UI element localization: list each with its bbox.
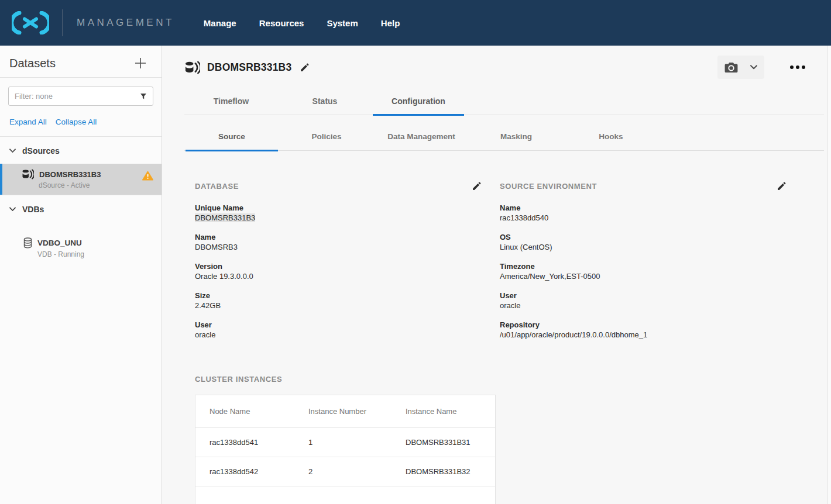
dataset-name: VDBO_UNU (37, 239, 82, 247)
chevron-down-icon (9, 207, 16, 212)
sidebar-item-vdbo-unu[interactable]: VDBO_UNU VDB - Running (0, 230, 162, 265)
subtab-hooks[interactable]: Hooks (564, 115, 658, 150)
page-title: DBOMSRB331B3 (207, 61, 291, 74)
dataset-status: dSource - Active (39, 181, 162, 189)
field-env-name: Name rac1338dd540 (500, 203, 787, 223)
main-content: DBOMSRB331B3 (162, 46, 831, 504)
cell-instance-number: 1 (308, 438, 406, 447)
field-version: Version Oracle 19.3.0.0.0 (195, 261, 482, 281)
menu-resources[interactable]: Resources (259, 18, 304, 28)
cell-instance-name: DBOMSRB331B32 (406, 467, 495, 476)
cell-instance-number: 2 (308, 467, 406, 476)
vdb-database-icon (23, 237, 32, 248)
delphix-management-window: MANAGEMENT Manage Resources System Help … (0, 0, 831, 504)
sidebar-group-vdbs[interactable]: VDBs (0, 195, 162, 222)
field-unique-name: Unique Name DBOMSRB331B3 (195, 203, 482, 223)
main-tabs: Timeflow Status Configuration (184, 96, 824, 115)
chevron-down-icon (9, 149, 16, 153)
datasets-sidebar: Datasets Expand All Collapse All (0, 46, 162, 504)
table-header-row: Node Name Instance Number Instance Name (195, 395, 495, 428)
column-instance-name: Instance Name (406, 407, 495, 416)
dataset-header: DBOMSRB331B3 (184, 46, 831, 79)
sidebar-item-dbomsrb331b3[interactable]: DBOMSRB331B3 dSource - Active (0, 164, 162, 195)
sidebar-group-dsources[interactable]: dSources (0, 137, 162, 164)
field-size: Size 2.42GB (195, 291, 482, 310)
subtab-masking[interactable]: Masking (469, 115, 564, 150)
table-empty-space (195, 486, 495, 504)
field-repository: Repository /u01/app/oracle/product/19.0.… (500, 320, 787, 340)
cluster-instances-section: CLUSTER INSTANCES Node Name Instance Num… (195, 374, 831, 504)
configuration-subtabs: Source Policies Data Management Masking … (184, 115, 824, 151)
source-environment-section: SOURCE ENVIRONMENT Name rac1338dd540 (500, 181, 787, 340)
subtab-data-management[interactable]: Data Management (374, 115, 469, 150)
navbar-menu: Manage Resources System Help (204, 18, 400, 28)
chevron-down-icon[interactable] (750, 65, 757, 70)
cell-node-name: rac1338dd542 (210, 467, 308, 476)
source-environment-section-title: SOURCE ENVIRONMENT (500, 182, 597, 191)
filter-funnel-icon[interactable] (140, 93, 147, 100)
cell-instance-name: DBOMSRB331B31 (406, 438, 495, 447)
cluster-instances-table: Node Name Instance Number Instance Name … (195, 395, 496, 504)
database-section: DATABASE Unique Name DBOMSRB331B3 (195, 181, 482, 340)
dsource-icon (22, 169, 34, 179)
column-node-name: Node Name (210, 407, 308, 416)
tab-configuration[interactable]: Configuration (372, 96, 465, 115)
sidebar-divider (0, 77, 162, 78)
field-user: User oracle (195, 320, 482, 340)
cell-node-name: rac1338dd541 (210, 438, 308, 447)
app-title: MANAGEMENT (77, 17, 174, 29)
snapshot-button[interactable] (717, 56, 764, 79)
table-row[interactable]: rac1338dd541 1 DBOMSRB331B31 (195, 428, 495, 457)
table-row[interactable]: rac1338dd542 2 DBOMSRB331B32 (195, 457, 495, 486)
add-dataset-button[interactable] (133, 56, 147, 70)
column-instance-number: Instance Number (308, 407, 406, 416)
group-label: VDBs (22, 205, 44, 214)
navbar-divider (62, 9, 63, 36)
field-name: Name DBOMSRB3 (195, 232, 482, 252)
vertical-scrollbar[interactable] (827, 46, 831, 504)
field-os: OS Linux (CentOS) (500, 232, 787, 252)
subtab-source[interactable]: Source (184, 115, 279, 150)
warning-icon[interactable] (142, 171, 153, 181)
field-env-user: User oracle (500, 291, 787, 310)
menu-help[interactable]: Help (381, 18, 400, 28)
expand-all-link[interactable]: Expand All (9, 118, 47, 126)
subtab-policies[interactable]: Policies (279, 115, 374, 150)
tab-timeflow[interactable]: Timeflow (184, 96, 278, 115)
collapse-all-link[interactable]: Collapse All (56, 118, 97, 126)
edit-source-environment-pencil-icon[interactable] (777, 181, 787, 191)
edit-database-pencil-icon[interactable] (472, 181, 482, 191)
database-section-title: DATABASE (195, 182, 239, 191)
dsource-icon-large (184, 61, 200, 74)
menu-system[interactable]: System (327, 18, 358, 28)
group-label: dSources (22, 146, 60, 156)
top-navbar: MANAGEMENT Manage Resources System Help (0, 0, 831, 46)
camera-icon (724, 62, 738, 73)
cluster-instances-title: CLUSTER INSTANCES (195, 375, 282, 384)
delphix-logo-icon (12, 11, 49, 34)
field-timezone: Timezone America/New_York,EST-0500 (500, 261, 787, 281)
tab-status[interactable]: Status (278, 96, 372, 115)
edit-title-pencil-icon[interactable] (300, 63, 310, 73)
dataset-name: DBOMSRB331B3 (39, 170, 101, 179)
dataset-status: VDB - Running (37, 250, 162, 258)
filter-input[interactable] (8, 87, 153, 106)
sidebar-title: Datasets (9, 57, 56, 70)
highlighted-value: DBOMSRB331B3 (195, 213, 255, 222)
more-actions-button[interactable] (789, 62, 806, 73)
menu-manage[interactable]: Manage (204, 18, 236, 28)
